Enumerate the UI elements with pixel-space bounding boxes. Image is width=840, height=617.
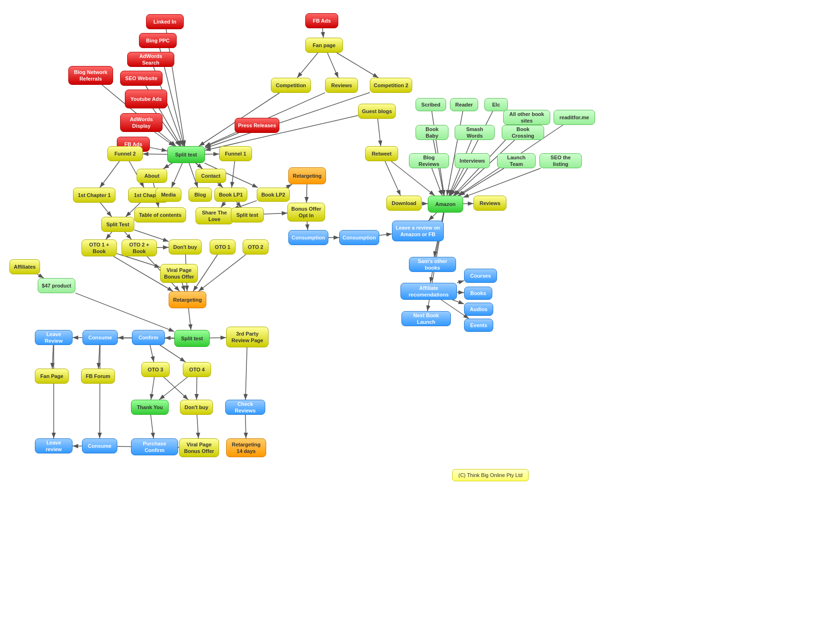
svg-line-16 bbox=[155, 132, 174, 146]
node-oto3[interactable]: OTO 3 bbox=[141, 362, 170, 377]
node-courses[interactable]: Courses bbox=[464, 269, 497, 283]
svg-line-57 bbox=[463, 168, 540, 197]
node-consume2[interactable]: Consume bbox=[82, 438, 117, 453]
node-fb_ads_top[interactable]: FB Ads bbox=[305, 13, 338, 28]
node-leave_review_amazon[interactable]: Leave a review on Amazon or FB bbox=[392, 221, 444, 241]
node-reviews_mid[interactable]: Reviews bbox=[473, 196, 506, 211]
node-audios[interactable]: Audios bbox=[464, 303, 493, 316]
svg-line-79 bbox=[75, 293, 174, 332]
node-retweet[interactable]: Retweet bbox=[365, 146, 398, 161]
node-affiliate_recom[interactable]: Affiliate recomendations bbox=[400, 283, 457, 300]
mindmap-canvas: Linked InBing PPCAdWords SearchBlog Netw… bbox=[0, 0, 840, 617]
svg-line-96 bbox=[98, 345, 100, 369]
node-oto2_book[interactable]: OTO 2 + Book bbox=[122, 239, 157, 256]
node-leave_review_bot[interactable]: Leave Review bbox=[35, 330, 73, 345]
node-launch_team[interactable]: Launch Team bbox=[497, 153, 536, 168]
node-youtube_ads[interactable]: Youtube Ads bbox=[125, 90, 167, 108]
node-book_lp2[interactable]: Book LP2 bbox=[257, 188, 290, 202]
svg-line-76 bbox=[157, 247, 169, 248]
svg-line-50 bbox=[457, 281, 464, 283]
node-linkedin[interactable]: Linked In bbox=[146, 14, 184, 29]
node-consumption1[interactable]: Consumption bbox=[288, 230, 328, 245]
node-scribed[interactable]: Scribed bbox=[416, 98, 446, 111]
svg-line-33 bbox=[125, 232, 132, 239]
node-$47_product[interactable]: $47 product bbox=[38, 278, 75, 293]
node-readitforme[interactable]: readitfor.me bbox=[554, 110, 595, 125]
node-oto4[interactable]: OTO 4 bbox=[183, 362, 211, 377]
svg-line-1 bbox=[323, 28, 324, 38]
node-book_crossing[interactable]: Book Crossing bbox=[502, 125, 544, 140]
node-interviews[interactable]: Interviews bbox=[455, 153, 490, 168]
svg-line-32 bbox=[106, 232, 112, 239]
node-dont_buy1[interactable]: Don't buy bbox=[169, 239, 202, 255]
node-about[interactable]: About bbox=[137, 169, 167, 183]
node-adwords_display[interactable]: AdWords Display bbox=[120, 113, 163, 132]
node-consume_bot[interactable]: Consume bbox=[82, 330, 118, 345]
node-3rd_party[interactable]: 3rd Party Review Page bbox=[226, 327, 269, 347]
node-bingppc[interactable]: Bing PPC bbox=[139, 33, 177, 48]
node-sams_other_books[interactable]: Sam's other books bbox=[409, 257, 456, 272]
node-purchase_confirm[interactable]: Purchase Confirm bbox=[131, 438, 178, 455]
node-viral_page_bonus[interactable]: Viral Page Bonus Offer bbox=[160, 264, 198, 283]
node-competition2[interactable]: Competition 2 bbox=[370, 78, 412, 93]
node-guest_blogs[interactable]: Guest blogs bbox=[358, 104, 396, 119]
node-fan_page[interactable]: Fan page bbox=[305, 38, 343, 53]
node-check_reviews[interactable]: Check Reviews bbox=[225, 400, 265, 415]
node-reviews_top[interactable]: Reviews bbox=[325, 78, 358, 93]
node-seo_website[interactable]: SEO Website bbox=[120, 71, 163, 86]
node-smash_words[interactable]: Smash Words bbox=[455, 125, 495, 140]
node-contact[interactable]: Contact bbox=[196, 169, 226, 183]
node-thank_you[interactable]: Thank You bbox=[131, 400, 169, 415]
node-next_book_launch[interactable]: Next Book Launch bbox=[401, 311, 451, 326]
svg-line-20 bbox=[163, 163, 172, 169]
node-retargeting_bot[interactable]: Retargeting bbox=[169, 291, 206, 308]
node-press_releases[interactable]: Press Releases bbox=[235, 118, 279, 133]
node-retargeting_mid[interactable]: Retargeting bbox=[288, 167, 326, 184]
node-split_test3[interactable]: Split Test bbox=[101, 217, 134, 232]
node-blog_network[interactable]: Blog Network Referrals bbox=[68, 66, 113, 85]
node-all_other_book_sites[interactable]: All other book sites bbox=[503, 110, 550, 125]
node-reader[interactable]: Reader bbox=[450, 98, 478, 111]
svg-line-91 bbox=[197, 415, 198, 438]
node-table_of_contents[interactable]: Table of contents bbox=[134, 207, 186, 222]
node-etc[interactable]: Elc bbox=[484, 98, 508, 111]
node-book_lp1[interactable]: Book LP1 bbox=[214, 188, 247, 202]
node-fb_forum[interactable]: FB Forum bbox=[81, 369, 115, 384]
svg-line-54 bbox=[432, 168, 442, 196]
node-books[interactable]: Books bbox=[464, 287, 492, 300]
svg-line-72 bbox=[198, 255, 246, 291]
node-blog[interactable]: Blog bbox=[188, 188, 212, 202]
node-blog_reviews[interactable]: Blog Reviews bbox=[409, 153, 449, 168]
node-split_test_bot[interactable]: Split test bbox=[174, 330, 210, 347]
node-bonus_offer_opt[interactable]: Bonus Offer Opt In bbox=[287, 203, 325, 222]
node-oto1[interactable]: OTO 1 bbox=[210, 239, 236, 255]
svg-line-90 bbox=[151, 415, 154, 438]
node-1st_chapter1[interactable]: 1st Chapter 1 bbox=[73, 188, 115, 203]
node-share_the_love[interactable]: Share The Love bbox=[196, 207, 233, 224]
node-amazon[interactable]: Amazon bbox=[428, 196, 463, 213]
node-oto1_book[interactable]: OTO 1 + Book bbox=[82, 239, 117, 256]
node-seo_listing[interactable]: SEO the listing bbox=[539, 153, 582, 168]
node-consumption2[interactable]: Consumption bbox=[339, 230, 379, 245]
node-book_baby[interactable]: Book Baby bbox=[416, 125, 449, 140]
node-download[interactable]: Download bbox=[386, 196, 422, 211]
node-competition[interactable]: Competition bbox=[271, 78, 311, 93]
node-affiliates[interactable]: Affiliates bbox=[9, 259, 40, 274]
node-adwords_search[interactable]: AdWords Search bbox=[127, 52, 174, 67]
node-dont_buy2[interactable]: Don't buy bbox=[180, 400, 213, 415]
node-fan_page_bot[interactable]: Fan Page bbox=[35, 369, 69, 384]
node-split_test2[interactable]: Split test bbox=[231, 207, 264, 222]
node-oto2[interactable]: OTO 2 bbox=[243, 239, 269, 255]
node-events[interactable]: Events bbox=[464, 319, 493, 332]
node-split_test_main[interactable]: Split test bbox=[167, 146, 205, 163]
svg-line-52 bbox=[452, 300, 464, 304]
node-leave_review2[interactable]: Leave review bbox=[35, 438, 73, 453]
svg-line-46 bbox=[429, 213, 437, 221]
node-media[interactable]: Media bbox=[155, 188, 181, 202]
svg-line-21 bbox=[196, 163, 203, 169]
node-funnel2[interactable]: Funnel 2 bbox=[107, 146, 143, 161]
node-funnel1[interactable]: Funnel 1 bbox=[219, 146, 252, 161]
node-retargeting14[interactable]: Retargeting 14 days bbox=[226, 438, 266, 457]
node-confirm[interactable]: Confirm bbox=[132, 330, 165, 345]
node-viral_page_bonus2[interactable]: Viral Page Bonus Offer bbox=[179, 438, 219, 457]
